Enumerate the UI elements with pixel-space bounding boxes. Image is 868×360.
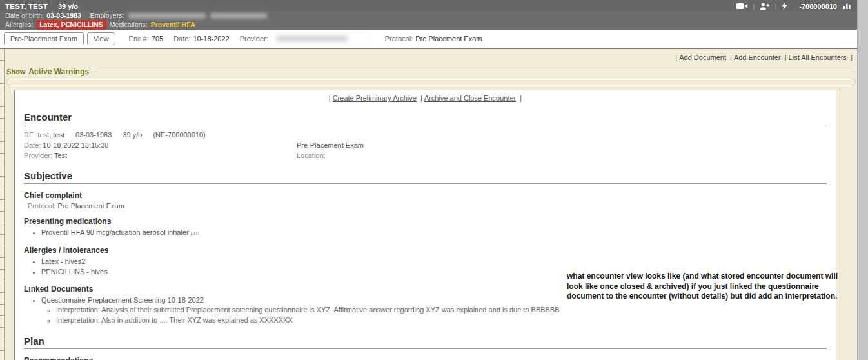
patient-demographics-row: Date of birth: 03-03-1983 Employers: (0, 11, 857, 20)
presenting-medications-heading: Presenting medications (24, 217, 827, 226)
presenting-medications-list: Proventil HFA 90 mcg/actuation aerosol i… (24, 228, 827, 239)
icon-separator: | (753, 3, 755, 10)
medications-value: Proventil HFA (151, 21, 195, 28)
left-ruler (0, 49, 5, 360)
allergy-item: Latex - hives2 (41, 257, 827, 266)
add-person-icon[interactable] (760, 3, 769, 10)
interpretations-list: Interpretation: Analysis of their submit… (41, 305, 827, 325)
video-camera-icon[interactable] (736, 3, 748, 10)
active-warnings-legend: Show Active Warnings (6, 67, 856, 76)
enc-date-value: 10-18-2022 (193, 35, 229, 43)
chief-complaint-protocol: Protocol: Pre Placement Exam (24, 202, 827, 210)
active-warnings-collapsed-box (6, 79, 856, 85)
medications-label: Medications: (110, 21, 148, 28)
show-warnings-link[interactable]: Show (6, 68, 25, 75)
allergy-badge: Latex, PENICILLINS (36, 20, 106, 30)
allergies-label: Allergies: (5, 21, 33, 28)
add-encounter-link[interactable]: Add Encounter (734, 54, 781, 61)
encounter-date-label: Date: (24, 141, 41, 149)
encounter-provider-row: Provider: Test Location: (24, 150, 827, 161)
reviewer-annotation: what encounter view looks like (and what… (567, 272, 849, 302)
encounter-provider-label: Provider: (24, 152, 52, 159)
patient-age: 39 y/o (58, 3, 78, 10)
protocol-value: Pre Placement Exam (415, 35, 482, 43)
encounter-dob: 03-03-1983 (75, 131, 112, 139)
patient-name-row: TEST, TEST 39 y/o | | -700000010 (0, 0, 857, 11)
encounter-patient: test, test (37, 131, 64, 139)
pre-placement-exam-button[interactable]: Pre-Placement Exam (4, 32, 84, 45)
encounter-actions-links: |Add Document |Add Encounter |List All E… (5, 49, 857, 61)
account-number: -700000010 (799, 3, 837, 10)
create-preliminary-archive-link[interactable]: Create Preliminary Archive (333, 94, 417, 102)
chief-complaint-heading: Chief complaint (24, 191, 827, 200)
protocol-label: Protocol: (385, 35, 413, 43)
encounter-date-value: 10-18-2022 13:15:38 (43, 141, 108, 149)
patient-banner: TEST, TEST 39 y/o | | -700000010 Date of… (0, 0, 857, 30)
vertical-scrollbar[interactable] (857, 0, 868, 360)
medication-prn: prn (191, 230, 199, 236)
interpretation-item: Interpretation: Also in addition to ....… (56, 315, 827, 325)
encounter-ne-id: (NE-700000010) (153, 131, 205, 139)
subjective-heading: Subjective (24, 170, 827, 184)
plan-heading: Plan (24, 335, 827, 349)
recommendations-heading: Recommendations (24, 356, 827, 360)
cc-protocol-value: Pre Placement Exam (57, 202, 124, 210)
dob-value: 03-03-1983 (46, 12, 81, 19)
view-button[interactable]: View (87, 32, 115, 45)
encounter-re-row: RE: test, test 03-03-1983 39 y/o (NE-700… (24, 130, 827, 140)
bar-chart-icon[interactable] (842, 2, 852, 10)
icon-separator: | (774, 3, 776, 10)
enc-date-label: Date: (173, 35, 190, 43)
encounter-provider-value: Test (54, 152, 67, 159)
employers-label: Employers: (90, 12, 124, 19)
provider-label: Provider: (240, 35, 268, 43)
legend-rule (94, 72, 856, 72)
list-all-encounters-link[interactable]: List All Encounters (789, 54, 847, 61)
encounter-toolbar: Pre-Placement Exam View Enc #: 705 Date:… (0, 30, 857, 49)
archive-and-close-link[interactable]: Archive and Close Encounter (424, 94, 516, 102)
enc-number-label: Enc #: (129, 35, 149, 43)
encounter-age: 39 y/o (123, 131, 142, 139)
encounter-exam-type: Pre-Placement Exam (297, 140, 364, 150)
encounter-location-label: Location: (297, 150, 326, 161)
provider-input[interactable] (271, 33, 370, 45)
re-label: RE: (24, 131, 35, 139)
allergies-heading: Allergies / Intolerances (24, 246, 827, 255)
active-warnings-title: Active Warnings (28, 67, 89, 76)
patient-name: TEST, TEST (5, 3, 48, 10)
patient-alerts-row: Allergies: Latex, PENICILLINS Medication… (0, 20, 857, 29)
medication-item: Proventil HFA 90 mcg/actuation aerosol i… (41, 228, 827, 237)
archive-links-top: |Create Preliminary Archive |Archive and… (24, 90, 827, 102)
dob-label: Date of birth: (5, 12, 44, 19)
enc-number-value: 705 (152, 35, 163, 43)
cc-protocol-label: Protocol: (28, 202, 55, 210)
encounter-date-row: Date: 10-18-2022 13:15:38 Pre-Placement … (24, 140, 827, 150)
encounter-panel: |Create Preliminary Archive |Archive and… (14, 90, 836, 360)
interpretation-item: Interpretation: Analysis of their submit… (56, 305, 827, 314)
lightning-icon[interactable] (782, 2, 787, 10)
encounter-heading: Encounter (24, 112, 827, 125)
provider-value-redacted (277, 36, 348, 41)
employers-value-redacted (210, 13, 267, 19)
main-content: |Add Document |Add Encounter |List All E… (5, 49, 857, 360)
employers-value-redacted (128, 13, 206, 19)
add-document-link[interactable]: Add Document (679, 54, 726, 61)
